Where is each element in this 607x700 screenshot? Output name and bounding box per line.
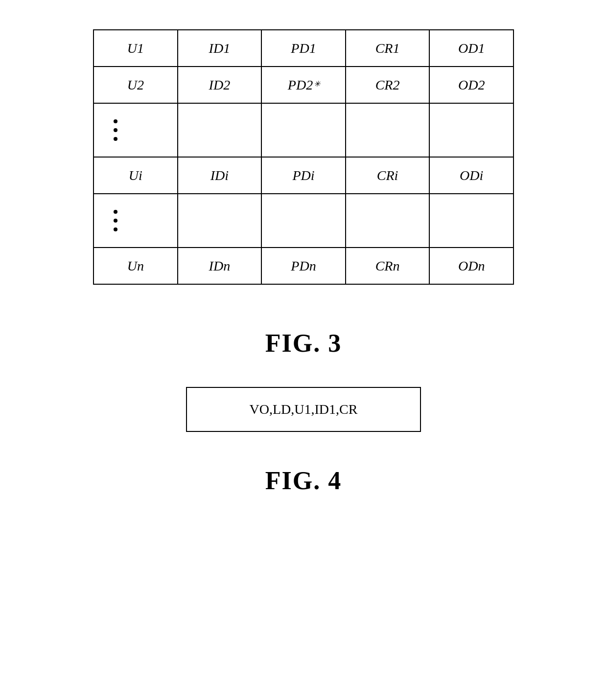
record-box: VO,LD,U1,ID1,CR xyxy=(186,387,421,432)
dots-group-1 xyxy=(99,118,172,142)
table-row: Un IDn PDn CRn ODn xyxy=(93,248,514,284)
cell-pdn: PDn xyxy=(261,248,346,284)
table-row: U2 ID2 PD2✳ CR2 OD2 xyxy=(93,67,514,103)
fig3-section: U1 ID1 PD1 CR1 OD1 U2 ID2 PD2✳ CR2 OD2 xyxy=(93,29,514,285)
fig4-label: FIG. 4 xyxy=(265,466,342,495)
cell-id1: ID1 xyxy=(178,30,262,67)
fig3-label: FIG. 3 xyxy=(265,329,342,358)
fig4-section: VO,LD,U1,ID1,CR xyxy=(93,387,514,432)
cell-crn: CRn xyxy=(346,248,430,284)
pd2-mark: ✳ xyxy=(314,80,320,88)
dots-cell-2-col2 xyxy=(178,194,262,248)
cell-pd1: PD1 xyxy=(261,30,346,67)
dots-cell-col4 xyxy=(346,103,430,157)
cell-u2: U2 xyxy=(93,67,178,103)
cell-ui: Ui xyxy=(93,157,178,194)
cell-idn: IDn xyxy=(178,248,262,284)
cell-odn: ODn xyxy=(429,248,514,284)
dots-cell-col1 xyxy=(93,103,178,157)
table-row: U1 ID1 PD1 CR1 OD1 xyxy=(93,30,514,67)
cell-pdi: PDi xyxy=(261,157,346,194)
dots-cell-2-col5 xyxy=(429,194,514,248)
dot xyxy=(114,137,117,141)
dots-cell-2-col3 xyxy=(261,194,346,248)
table-row-dots-2 xyxy=(93,194,514,248)
page-container: U1 ID1 PD1 CR1 OD1 U2 ID2 PD2✳ CR2 OD2 xyxy=(0,0,607,700)
dots-cell-2-col4 xyxy=(346,194,430,248)
dots-group-2 xyxy=(99,208,172,233)
cell-id2: ID2 xyxy=(178,67,262,103)
cell-idi: IDi xyxy=(178,157,262,194)
dots-cell-col5 xyxy=(429,103,514,157)
dots-cell-2-col1 xyxy=(93,194,178,248)
dot xyxy=(114,227,117,231)
dots-cell-col2 xyxy=(178,103,262,157)
table-row: Ui IDi PDi CRi ODi xyxy=(93,157,514,194)
cell-od2: OD2 xyxy=(429,67,514,103)
dots-cell-col3 xyxy=(261,103,346,157)
cell-cri: CRi xyxy=(346,157,430,194)
cell-un: Un xyxy=(93,248,178,284)
cell-cr2: CR2 xyxy=(346,67,430,103)
cell-od1: OD1 xyxy=(429,30,514,67)
dot xyxy=(114,210,117,214)
cell-pd2: PD2✳ xyxy=(261,67,346,103)
cell-cr1: CR1 xyxy=(346,30,430,67)
record-box-text: VO,LD,U1,ID1,CR xyxy=(250,402,358,417)
pd2-text: PD2 xyxy=(288,77,313,92)
table-row-dots-1 xyxy=(93,103,514,157)
cell-u1: U1 xyxy=(93,30,178,67)
dot xyxy=(114,128,117,132)
dot xyxy=(114,219,117,223)
fig3-table: U1 ID1 PD1 CR1 OD1 U2 ID2 PD2✳ CR2 OD2 xyxy=(93,29,514,285)
dot xyxy=(114,119,117,123)
cell-odi: ODi xyxy=(429,157,514,194)
